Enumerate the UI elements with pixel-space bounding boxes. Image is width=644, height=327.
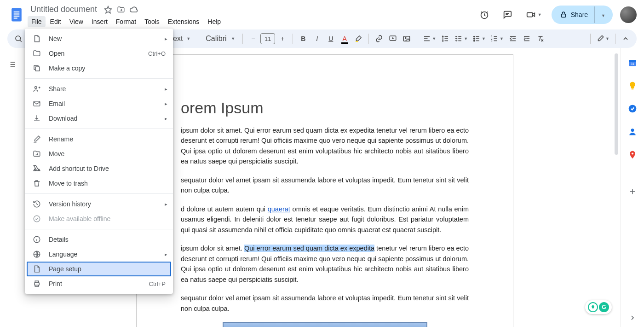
calendar-icon[interactable]: 31 bbox=[623, 54, 642, 71]
highlight-icon[interactable] bbox=[352, 32, 365, 45]
menu-item-share[interactable]: Share ▸ bbox=[25, 82, 173, 96]
folder-icon bbox=[32, 49, 41, 58]
bulleted-list-icon[interactable]: ▼ bbox=[471, 32, 488, 45]
cloud-saved-icon[interactable] bbox=[129, 5, 138, 14]
tasks-icon[interactable] bbox=[623, 100, 642, 117]
insert-link-icon[interactable] bbox=[373, 32, 385, 45]
menu-item-open[interactable]: Open Ctrl+O bbox=[25, 46, 173, 61]
menu-tools[interactable]: Tools bbox=[141, 16, 163, 27]
insert-image-icon[interactable] bbox=[400, 32, 413, 45]
move-folder-icon[interactable] bbox=[116, 5, 126, 14]
italic-icon[interactable]: I bbox=[310, 32, 323, 45]
menu-help[interactable]: Help bbox=[204, 16, 224, 27]
menu-edit[interactable]: Edit bbox=[46, 16, 65, 27]
decrease-indent-icon[interactable] bbox=[506, 32, 519, 45]
rename-icon bbox=[32, 134, 41, 144]
keep-icon[interactable] bbox=[623, 77, 642, 94]
svg-rect-7 bbox=[527, 12, 532, 17]
share-button[interactable]: Share ▼ bbox=[552, 6, 613, 24]
svg-point-27 bbox=[35, 87, 37, 89]
checklist-icon[interactable]: ▼ bbox=[453, 32, 470, 45]
menu-format[interactable]: Format bbox=[112, 16, 140, 27]
scrollbar[interactable] bbox=[615, 53, 619, 327]
menu-extensions[interactable]: Extensions bbox=[164, 16, 203, 27]
language-icon bbox=[32, 250, 41, 259]
increase-indent-icon[interactable] bbox=[520, 32, 533, 45]
page[interactable]: orem Ipsum ipsum dolor sit amet. Qui err… bbox=[136, 54, 513, 327]
text-color-icon[interactable]: A bbox=[338, 32, 351, 45]
menu-insert[interactable]: Insert bbox=[88, 16, 111, 27]
selected-text[interactable]: Qui error earum sed quam dicta ex expedi… bbox=[244, 245, 374, 252]
print-icon bbox=[32, 279, 41, 288]
numbered-list-icon[interactable]: 123▼ bbox=[489, 32, 506, 45]
paragraph[interactable]: ipsum dolor sit amet. Qui error earum se… bbox=[181, 125, 469, 167]
menu-separator bbox=[25, 193, 173, 194]
menu-item-make-copy[interactable]: Make a copy bbox=[25, 61, 173, 76]
menu-item-version-history[interactable]: Version history ▸ bbox=[25, 197, 173, 211]
outline-toggle-icon[interactable] bbox=[4, 56, 20, 73]
editing-mode-icon[interactable]: ▼ bbox=[594, 32, 611, 45]
search-menus-icon[interactable] bbox=[12, 32, 25, 45]
line-spacing-icon[interactable] bbox=[439, 32, 452, 45]
docs-logo[interactable] bbox=[7, 4, 26, 23]
meet-icon[interactable]: ▼ bbox=[521, 6, 547, 24]
menu-item-move[interactable]: Move bbox=[25, 146, 173, 161]
paragraph[interactable]: sequatur dolor vel amet ipsam sit assume… bbox=[181, 175, 469, 196]
menu-separator bbox=[25, 229, 173, 229]
svg-point-14 bbox=[474, 38, 475, 39]
increase-font-icon[interactable]: + bbox=[276, 32, 289, 45]
menu-item-language[interactable]: Language ▸ bbox=[25, 247, 173, 262]
menu-item-rename[interactable]: Rename bbox=[25, 132, 173, 146]
align-icon[interactable]: ▼ bbox=[421, 32, 438, 45]
decrease-font-icon[interactable]: − bbox=[247, 32, 259, 45]
inline-image[interactable] bbox=[223, 322, 427, 327]
menu-view[interactable]: View bbox=[66, 16, 87, 27]
svg-rect-22 bbox=[631, 88, 633, 90]
menu-item-new[interactable]: New ▸ bbox=[25, 31, 173, 46]
menu-item-move-to-trash[interactable]: Move to trash bbox=[25, 176, 173, 191]
separator bbox=[242, 34, 243, 44]
menu-item-page-setup[interactable]: Page setup bbox=[27, 262, 171, 276]
doc-heading[interactable]: orem Ipsum bbox=[181, 99, 469, 117]
link[interactable]: quaerat bbox=[268, 205, 290, 213]
header: Untitled document File Edit View Insert … bbox=[0, 0, 644, 29]
hide-sidepanel-icon[interactable] bbox=[623, 309, 642, 327]
svg-rect-32 bbox=[34, 283, 40, 285]
underline-icon[interactable]: U bbox=[324, 32, 337, 45]
font-size-input[interactable]: 11 bbox=[260, 33, 275, 44]
menu-file[interactable]: File bbox=[28, 16, 46, 27]
add-comment-icon[interactable] bbox=[386, 32, 399, 45]
paragraph[interactable]: sequatur dolor vel amet ipsam sit assume… bbox=[181, 293, 469, 314]
submenu-arrow-icon: ▸ bbox=[165, 201, 167, 207]
last-edit-icon[interactable] bbox=[475, 6, 494, 24]
grammarly-badge[interactable]: G bbox=[585, 300, 612, 314]
star-icon[interactable] bbox=[104, 5, 113, 14]
menu-item-details[interactable]: Details bbox=[25, 232, 173, 247]
paragraph[interactable]: ipsum dolor sit amet. Qui error earum se… bbox=[181, 243, 469, 285]
left-rail bbox=[0, 48, 24, 327]
comments-icon[interactable] bbox=[498, 6, 517, 24]
file-menu-dropdown: New ▸ Open Ctrl+O Make a copy Share ▸ Em… bbox=[25, 29, 173, 294]
svg-text:3: 3 bbox=[491, 39, 493, 42]
font-dropdown[interactable]: Calibri▼ bbox=[202, 32, 239, 45]
menu-item-add-shortcut[interactable]: Add shortcut to Drive bbox=[25, 161, 173, 176]
bold-icon[interactable]: B bbox=[297, 32, 310, 45]
share-caret-icon[interactable]: ▼ bbox=[594, 6, 609, 23]
svg-rect-0 bbox=[12, 8, 22, 22]
submenu-arrow-icon: ▸ bbox=[165, 101, 167, 107]
account-avatar[interactable] bbox=[620, 6, 637, 23]
maps-icon[interactable] bbox=[623, 146, 642, 163]
paragraph[interactable]: d dolore ut autem autem qui quaerat omni… bbox=[181, 204, 469, 235]
clear-formatting-icon[interactable] bbox=[534, 32, 547, 45]
collapse-toolbar-icon[interactable] bbox=[619, 32, 632, 45]
svg-point-12 bbox=[405, 37, 406, 38]
styles-dropdown[interactable]: ext▼ bbox=[169, 32, 194, 45]
submenu-arrow-icon: ▸ bbox=[165, 116, 167, 122]
menu-item-email[interactable]: Email ▸ bbox=[25, 96, 173, 111]
contacts-icon[interactable] bbox=[623, 123, 642, 140]
document-title[interactable]: Untitled document bbox=[28, 4, 100, 15]
menu-item-download[interactable]: Download ▸ bbox=[25, 111, 173, 126]
get-addons-icon[interactable] bbox=[623, 183, 642, 200]
side-panel: 31 bbox=[620, 48, 644, 327]
menu-item-print[interactable]: Print Ctrl+P bbox=[25, 276, 173, 291]
